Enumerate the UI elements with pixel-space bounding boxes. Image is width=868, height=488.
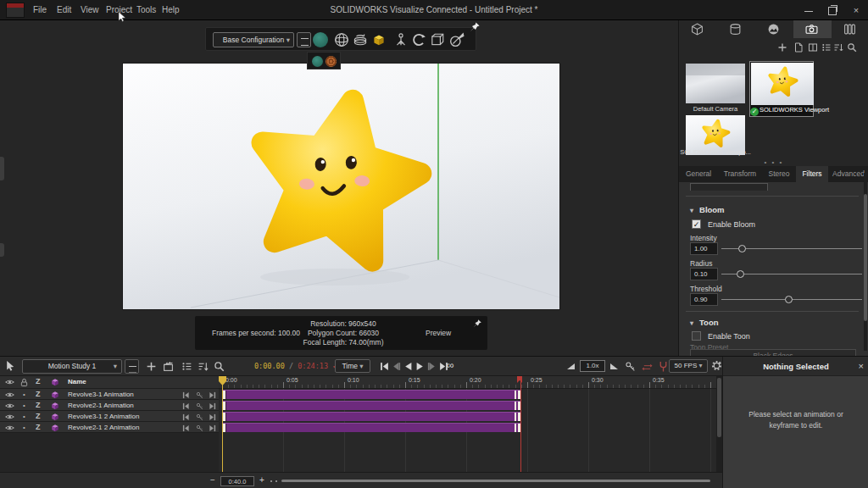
animation-bar[interactable]	[223, 423, 520, 432]
search-icon[interactable]	[214, 361, 225, 372]
animation-bar[interactable]	[223, 390, 520, 399]
enable-bloom-checkbox[interactable]: ✓	[692, 219, 701, 229]
playback-speed-field[interactable]: 1.0x	[580, 360, 605, 372]
maximize-button[interactable]	[821, 0, 844, 20]
cutoff-control[interactable]	[690, 183, 768, 191]
track-row[interactable]: • Z Revolve2-1 2 Animation	[0, 422, 219, 433]
left-panel-handle-2[interactable]	[0, 243, 4, 257]
tab-scenes[interactable]	[832, 20, 868, 38]
play-backward-button[interactable]	[403, 362, 413, 371]
minimize-button[interactable]	[797, 0, 821, 20]
depth-icon[interactable]: Z	[36, 389, 41, 400]
tab-environments[interactable]	[755, 20, 793, 38]
speed-up-icon[interactable]	[609, 363, 619, 370]
sort-button[interactable]	[833, 42, 843, 53]
add-keyframe-key-icon[interactable]	[196, 424, 203, 432]
visibility-eye-icon[interactable]	[4, 391, 15, 398]
tab-cameras[interactable]	[793, 20, 832, 38]
render-canvas[interactable]	[123, 64, 559, 309]
lock-dot[interactable]: •	[23, 400, 25, 411]
skip-to-start-button[interactable]	[380, 362, 389, 371]
add-keyframe-key-icon[interactable]	[196, 391, 203, 399]
pin-icon[interactable]	[472, 319, 482, 329]
fast-mode-icon[interactable]	[312, 56, 323, 67]
list-view-button[interactable]	[181, 361, 192, 372]
prev-keyframe-icon[interactable]	[182, 391, 190, 399]
keyframe-key-icon[interactable]	[625, 361, 636, 372]
time-mode-dropdown[interactable]: Time ▾	[335, 359, 370, 373]
snapshot-button[interactable]	[430, 32, 445, 47]
track-name[interactable]: Revolve3-1 2 Animation	[68, 411, 140, 422]
track-name[interactable]: Revolve2-1 Animation	[68, 400, 134, 411]
motion-study-list-button[interactable]	[125, 359, 139, 374]
lock-dot[interactable]: •	[23, 422, 25, 433]
panel-splitter[interactable]: • • •	[679, 158, 868, 166]
add-keyframe-key-icon[interactable]	[196, 402, 203, 410]
timeline-ruler[interactable]: 0:00 0:05 0:10 0:15 0:20 0:25 0:30 0:35	[219, 376, 716, 389]
fps-dropdown[interactable]: 50 FPS ▾	[669, 359, 708, 373]
split-view-button[interactable]	[808, 42, 818, 53]
next-keyframe-icon[interactable]	[209, 413, 216, 421]
loop-playback-button[interactable]: ∞	[447, 359, 454, 371]
preview-mode-label[interactable]: Preview	[426, 329, 451, 337]
motion-study-dropdown[interactable]: Motion Study 1 ▾	[22, 359, 122, 374]
intensity-input[interactable]: 1.00	[690, 242, 718, 255]
menu-help[interactable]: Help	[154, 0, 187, 20]
visibility-eye-icon[interactable]	[4, 413, 15, 420]
tab-advanced[interactable]: Advanced	[828, 166, 868, 182]
denoiser-button[interactable]	[334, 32, 349, 47]
toon-preset-dropdown[interactable]: Black Edges	[690, 349, 856, 356]
playhead-line[interactable]	[222, 376, 223, 472]
zoom-in-button[interactable]: +	[257, 475, 267, 485]
close-icon[interactable]: ×	[859, 357, 864, 376]
render-animation-button[interactable]	[163, 361, 174, 372]
timeline-track-area[interactable]: 0:00 0:05 0:10 0:15 0:20 0:25 0:30 0:35	[219, 376, 716, 472]
configuration-dropdown[interactable]: Base Configuration ▾	[213, 32, 294, 47]
zoom-out-button[interactable]: −	[208, 475, 218, 485]
tab-appearances[interactable]	[717, 20, 755, 38]
end-time[interactable]: 0:24:13	[298, 362, 328, 370]
turntable-button[interactable]	[353, 32, 368, 47]
next-keyframe-icon[interactable]	[209, 402, 216, 410]
render-tools-button[interactable]	[449, 32, 465, 47]
next-keyframe-icon[interactable]	[209, 424, 216, 432]
step-back-button[interactable]	[392, 362, 401, 371]
left-panel-handle[interactable]	[0, 157, 4, 180]
enable-toon-checkbox[interactable]	[692, 331, 701, 341]
tab-general[interactable]: General	[679, 166, 718, 182]
add-keyframe-key-icon[interactable]	[196, 413, 203, 421]
lock-dot[interactable]: •	[23, 389, 25, 400]
configuration-list-button[interactable]	[297, 32, 311, 47]
add-camera-button[interactable]	[777, 42, 787, 53]
threshold-slider[interactable]	[721, 293, 862, 306]
play-button[interactable]	[415, 362, 425, 371]
select-tool-icon[interactable]	[5, 360, 16, 372]
lock-dot[interactable]: •	[23, 411, 25, 422]
prev-keyframe-icon[interactable]	[182, 424, 190, 432]
tab-models[interactable]	[679, 20, 717, 38]
intensity-slider[interactable]	[721, 242, 862, 255]
radius-input[interactable]: 0.10	[690, 268, 718, 280]
depth-icon[interactable]: Z	[36, 400, 41, 411]
track-row[interactable]: • Z Revolve2-1 Animation	[0, 400, 219, 411]
track-row[interactable]: • Z Revolve3-1 2 Animation	[0, 411, 219, 422]
speed-down-icon[interactable]	[566, 363, 576, 370]
accurate-mode-icon[interactable]	[326, 56, 337, 67]
tab-transform[interactable]: Transform	[718, 166, 762, 182]
next-keyframe-icon[interactable]	[209, 391, 216, 399]
animation-bar[interactable]	[223, 401, 520, 410]
prev-keyframe-icon[interactable]	[182, 413, 190, 421]
track-name[interactable]: Revolve3-1 Animation	[68, 389, 134, 400]
visibility-eye-icon[interactable]	[4, 424, 15, 431]
animation-bar[interactable]	[223, 412, 520, 421]
filter-fork-icon[interactable]	[658, 361, 669, 372]
track-name[interactable]: Revolve2-1 2 Animation	[68, 422, 140, 433]
timeline-vertical-scrollbar[interactable]	[716, 376, 722, 472]
new-item-button[interactable]	[793, 42, 804, 53]
close-button[interactable]: ×	[844, 0, 868, 20]
depth-icon[interactable]: Z	[36, 422, 41, 433]
bloom-section-header[interactable]: ▾Bloom	[690, 205, 725, 214]
camera-tripod-button[interactable]	[393, 32, 409, 47]
depth-icon[interactable]: Z	[36, 411, 41, 422]
list-view-button[interactable]	[821, 42, 832, 53]
